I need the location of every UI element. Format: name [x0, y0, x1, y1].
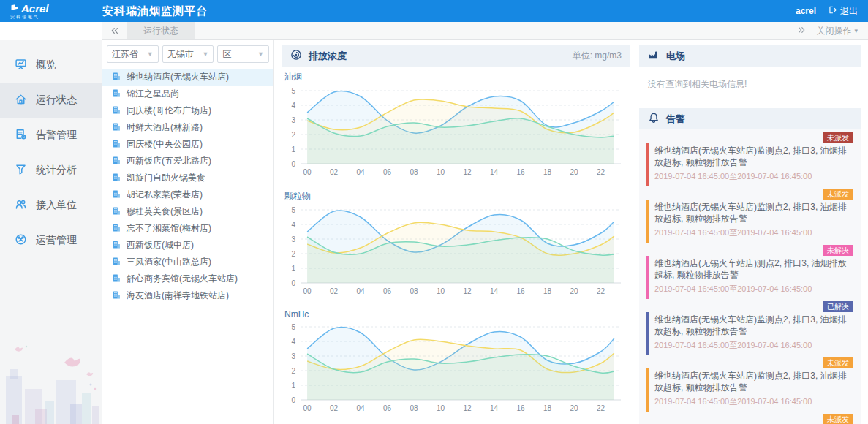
chart-title: 颗粒物 [282, 190, 630, 202]
acrel-logo: Acrel 安科瑞电气 [0, 3, 102, 19]
svg-text:02: 02 [330, 404, 339, 412]
alarm-panel-header: 告警 [639, 108, 861, 129]
sidebar-item-label: 告警管理 [36, 129, 77, 142]
svg-text:06: 06 [383, 404, 392, 412]
building-icon [112, 206, 121, 218]
store-list-item[interactable]: 西新饭店(五爱北路店) [102, 153, 273, 170]
alert-time-range: 2019-07-04 16:45:00至2019-07-04 16:45:00 [654, 281, 850, 299]
svg-text:14: 14 [490, 168, 499, 176]
alert-item-2[interactable]: 未解决维也纳酒店(无锡火车站店)测点2, 排口3, 油烟排放超标, 颗粒物排放告… [646, 245, 853, 299]
bell-icon [648, 112, 660, 126]
svg-text:04: 04 [357, 287, 366, 295]
svg-text:02: 02 [330, 168, 339, 176]
svg-text:5: 5 [291, 206, 295, 214]
svg-text:12: 12 [464, 287, 472, 295]
store-list-item[interactable]: 穆桂英美食(景区店) [102, 203, 273, 220]
svg-text:22: 22 [597, 168, 605, 176]
svg-text:04: 04 [357, 168, 366, 176]
store-list-item[interactable]: 同庆楼(中央公园店) [102, 136, 273, 153]
status-badge: 未派发 [823, 189, 853, 200]
store-list-item[interactable]: 三凤酒家(中山路总店) [102, 254, 273, 270]
field-empty-message: 没有查询到相关电场信息! [639, 67, 861, 108]
svg-text:20: 20 [570, 168, 579, 176]
tab-bar: 运行状态 关闭操作 ▾ [102, 22, 868, 40]
alert-text: 维也纳酒店(无锡火车站店)监测点2, 排口3, 油烟排放超标, 颗粒物排放告警 [654, 145, 850, 168]
svg-text:20: 20 [570, 404, 579, 412]
logout-button[interactable]: 退出 [828, 5, 858, 18]
alert-item-1[interactable]: 未派发维也纳酒店(无锡火车站店)监测点2, 排口3, 油烟排放超标, 颗粒物排放… [646, 189, 853, 243]
chart-title: NmHc [282, 309, 630, 319]
chart-block-1: 颗粒物012345000204060810121416182022 [282, 190, 630, 305]
sidebar-item-2[interactable]: 告警管理 [0, 118, 102, 153]
status-badge: 已解决 [823, 301, 853, 312]
svg-text:14: 14 [490, 404, 499, 412]
svg-text:3: 3 [291, 352, 295, 360]
sidebar-item-4[interactable]: 接入单位 [0, 188, 102, 223]
store-list-item[interactable]: 海友酒店(南禅寺地铁站店) [102, 287, 273, 304]
svg-text:2: 2 [291, 367, 295, 375]
status-badge: 未派发 [823, 357, 853, 368]
svg-text:3: 3 [291, 235, 295, 243]
store-name: 西新饭店(五爱北路店) [127, 155, 211, 167]
region-select-1[interactable]: 无锡市▼ [162, 45, 214, 63]
svg-text:16: 16 [517, 168, 526, 176]
tab-running-status[interactable]: 运行状态 [127, 22, 195, 39]
building-icon [112, 173, 121, 184]
alert-item-5[interactable]: 未派发维也纳酒店(无锡火车站店)监测点2, 排口3, 油烟排放超标, 颗粒物排放… [646, 414, 853, 424]
alert-text: 维也纳酒店(无锡火车站店)测点2, 排口3, 油烟排放超标, 颗粒物排放告警 [654, 257, 850, 281]
select-value: 江苏省 [112, 48, 138, 61]
store-list-item[interactable]: 锦江之星品尚 [102, 86, 273, 102]
logout-label: 退出 [840, 5, 858, 18]
close-operations-dropdown[interactable]: 关闭操作 ▾ [816, 25, 858, 37]
store-list-item[interactable]: 舒心商务宾馆(无锡火车站店) [102, 270, 273, 287]
region-select-2[interactable]: 区▼ [217, 45, 269, 63]
status-badge: 未派发 [823, 414, 853, 424]
svg-text:06: 06 [383, 287, 392, 295]
store-name: 忘不了湘菜馆(梅村店) [127, 222, 211, 235]
alarm-doc-icon [15, 128, 27, 143]
status-badge: 未派发 [823, 132, 853, 143]
svg-text:14: 14 [490, 287, 499, 295]
store-name: 时鲜大酒店(林新路) [127, 121, 203, 134]
alert-item-4[interactable]: 未派发维也纳酒店(无锡火车站店)监测点2, 排口3, 油烟排放超标, 颗粒物排放… [646, 357, 853, 412]
store-list-item[interactable]: 维也纳酒店(无锡火车站店) [102, 69, 273, 86]
store-name: 同庆楼(哥伦布广场店) [127, 105, 211, 117]
sidebar: 概览运行状态告警管理统计分析接入单位运营管理 [0, 40, 102, 424]
alert-item-0[interactable]: 未派发维也纳酒店(无锡火车站店)监测点2, 排口3, 油烟排放超标, 颗粒物排放… [646, 132, 853, 186]
select-value: 无锡市 [167, 48, 194, 61]
alert-time-range: 2019-07-04 16:45:00至2019-07-04 16:45:00 [654, 224, 850, 243]
svg-text:16: 16 [517, 287, 526, 295]
sidebar-item-label: 概览 [36, 58, 56, 72]
svg-text:02: 02 [330, 287, 339, 295]
region-select-0[interactable]: 江苏省▼ [107, 45, 159, 63]
unit-label: 单位: mg/m3 [573, 50, 622, 62]
building-icon [112, 290, 121, 302]
sidebar-item-1[interactable]: 运行状态 [0, 83, 102, 118]
sidebar-item-3[interactable]: 统计分析 [0, 153, 102, 188]
factory-icon [648, 49, 660, 64]
svg-text:10: 10 [437, 404, 445, 412]
alert-item-3[interactable]: 已解决维也纳酒店(无锡火车站店)监测点2, 排口3, 油烟排放超标, 颗粒物排放… [646, 301, 853, 355]
line-chart: 012345000204060810121416182022 [282, 85, 627, 183]
sidebar-item-5[interactable]: 运营管理 [0, 223, 102, 258]
svg-text:4: 4 [291, 102, 295, 110]
store-list-item[interactable]: 时鲜大酒店(林新路) [102, 119, 273, 136]
line-chart: 012345000204060810121416182022 [282, 321, 627, 419]
store-list-item[interactable]: 凯旋门自助火锅美食 [102, 170, 273, 186]
sidebar-item-label: 接入单位 [36, 199, 77, 212]
store-list-item[interactable]: 同庆楼(哥伦布广场店) [102, 102, 273, 119]
scroll-tabs-left-icon[interactable] [102, 22, 127, 39]
svg-text:4: 4 [291, 221, 295, 229]
store-name: 穆桂英美食(景区店) [127, 205, 203, 218]
scroll-tabs-right-icon[interactable] [797, 26, 806, 37]
svg-text:2: 2 [291, 131, 295, 139]
svg-text:3: 3 [291, 116, 295, 124]
svg-text:04: 04 [357, 404, 366, 412]
store-list-item[interactable]: 西新饭店(城中店) [102, 237, 273, 254]
users-icon [15, 198, 27, 213]
store-list-item[interactable]: 胡记私家菜(荣巷店) [102, 186, 273, 203]
store-list-item[interactable]: 忘不了湘菜馆(梅村店) [102, 220, 273, 237]
sidebar-item-0[interactable]: 概览 [0, 48, 102, 83]
dashboard-icon [15, 58, 27, 72]
home-icon [15, 93, 27, 107]
